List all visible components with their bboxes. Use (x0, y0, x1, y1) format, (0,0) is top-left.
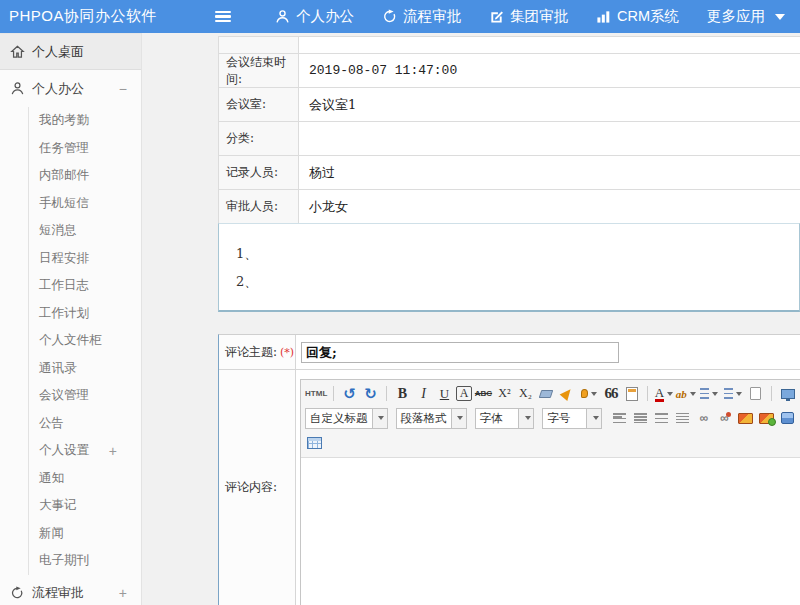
editor-toolbar: HTML ↺ ↻ B I U A ABC X² (301, 380, 800, 458)
expand-toggle[interactable]: + (119, 585, 127, 601)
editor-content-area[interactable] (301, 458, 800, 605)
html-source-button[interactable]: HTML (305, 384, 327, 403)
sidebar-item-task-management[interactable]: 任务管理 (29, 135, 141, 163)
app-title: PHPOA协同办公软件 (0, 7, 157, 26)
strikethrough-button[interactable]: ABC (474, 384, 493, 403)
insert-media-button[interactable] (778, 409, 797, 428)
highlight-button[interactable]: ab (675, 384, 695, 403)
upload-image-button[interactable] (757, 409, 776, 428)
sidebar-item-internal-mail[interactable]: 内部邮件 (29, 162, 141, 190)
field-label: 审批人员: (219, 190, 299, 223)
caret-down-icon (593, 416, 599, 420)
sidebar-item-work-diary[interactable]: 工作日志 (29, 272, 141, 300)
emoticons-button[interactable] (579, 384, 599, 403)
unordered-list-button[interactable] (722, 384, 744, 403)
required-mark: (*) (280, 346, 294, 359)
redo-button[interactable]: ↻ (361, 384, 380, 403)
sidebar-item-personal-office[interactable]: 个人办公 − (0, 70, 141, 107)
table-row-category: 分类: (219, 122, 800, 156)
italic-button[interactable]: I (414, 384, 433, 403)
font-style-button[interactable]: A (456, 386, 472, 401)
sidebar-item-notification[interactable]: 通知 (29, 465, 141, 493)
content-line: 1、 (236, 240, 799, 268)
remove-format-button[interactable] (537, 384, 556, 403)
image-add-icon (759, 413, 774, 424)
new-document-button[interactable] (746, 384, 765, 403)
unlink-icon: ∞ (720, 411, 729, 425)
caret-down-icon (378, 416, 384, 420)
sidebar-item-short-message[interactable]: 短消息 (29, 217, 141, 245)
blockquote-button[interactable]: 66 (601, 384, 620, 403)
unordered-list-icon (724, 388, 733, 399)
sidebar-item-work-plan[interactable]: 工作计划 (29, 300, 141, 328)
top-navigation: 个人办公 流程审批 集团审批 CRM系统 更多应用 (261, 0, 799, 33)
format-brush-button[interactable] (558, 384, 577, 403)
comment-subject-input[interactable] (301, 342, 619, 363)
sidebar-item-major-events[interactable]: 大事记 (29, 492, 141, 520)
bold-button[interactable]: B (393, 384, 412, 403)
undo-button[interactable]: ↺ (340, 384, 359, 403)
nav-workflow-approval[interactable]: 流程审批 (368, 0, 475, 33)
collapse-toggle[interactable]: − (119, 81, 127, 97)
sidebar-item-announcement[interactable]: 公告 (29, 410, 141, 438)
caret-down-icon (457, 416, 463, 420)
sidebar: 个人桌面 个人办公 − 我的考勤 任务管理 内部邮件 手机短信 短消息 日程安排… (0, 33, 142, 605)
table-row (219, 37, 800, 54)
person-icon (275, 9, 290, 24)
image-icon (738, 413, 753, 424)
meeting-detail-table: 会议结束时间: 2019-08-07 11:47:00 会议室: 会议室1 分类… (218, 36, 800, 224)
clipboard-icon (626, 387, 638, 401)
person-icon (9, 81, 25, 97)
comment-content-row: 评论内容: HTML ↺ ↻ B I U (219, 370, 800, 605)
sidebar-item-e-journal[interactable]: 电子期刊 (29, 547, 141, 575)
heading-dropdown[interactable]: 自定义标题 (305, 408, 388, 429)
sidebar-item-mobile-sms[interactable]: 手机短信 (29, 190, 141, 218)
font-color-button[interactable]: A (654, 384, 673, 403)
personal-office-submenu: 我的考勤 任务管理 内部邮件 手机短信 短消息 日程安排 工作日志 工作计划 个… (28, 107, 141, 575)
insert-link-button[interactable]: ∞ (694, 409, 713, 428)
insert-table-button[interactable] (305, 433, 324, 452)
align-right-button[interactable] (652, 409, 671, 428)
field-value (299, 122, 800, 155)
sidebar-item-personal-files[interactable]: 个人文件柜 (29, 327, 141, 355)
remove-link-button[interactable]: ∞ (715, 409, 734, 428)
field-label: 会议结束时间: (219, 54, 299, 87)
insert-image-button[interactable] (736, 409, 755, 428)
field-value: 杨过 (299, 156, 800, 189)
sidebar-item-news[interactable]: 新闻 (29, 520, 141, 548)
media-icon (781, 412, 794, 424)
font-family-dropdown[interactable]: 字体 (475, 408, 535, 429)
workflow-icon (9, 585, 25, 601)
paste-from-word-button[interactable] (622, 384, 641, 403)
underline-button[interactable]: U (435, 384, 454, 403)
field-value: 2019-08-07 11:47:00 (299, 54, 800, 87)
sidebar-item-personal-settings[interactable]: 个人设置+ (29, 437, 141, 465)
fullscreen-button[interactable] (778, 384, 797, 403)
font-size-dropdown[interactable]: 字号 (542, 408, 602, 429)
align-center-button[interactable] (631, 409, 650, 428)
sidebar-item-schedule[interactable]: 日程安排 (29, 245, 141, 273)
meeting-content-box: 1、 2、 (218, 223, 800, 312)
nav-personal-office[interactable]: 个人办公 (261, 0, 368, 33)
group-approval-icon (489, 9, 504, 24)
sidebar-item-my-attendance[interactable]: 我的考勤 (29, 107, 141, 135)
superscript-button[interactable]: X² (495, 384, 514, 403)
sidebar-item-workflow-approval[interactable]: 流程审批 + (0, 575, 141, 605)
align-left-button[interactable] (610, 409, 629, 428)
sidebar-item-personal-desktop[interactable]: 个人桌面 (0, 33, 141, 70)
nav-crm-system[interactable]: CRM系统 (582, 0, 693, 33)
paragraph-format-dropdown[interactable]: 段落格式 (396, 408, 467, 429)
hamburger-menu-icon[interactable] (215, 11, 231, 23)
ordered-list-button[interactable] (698, 384, 720, 403)
expand-toggle[interactable]: + (109, 443, 117, 459)
nav-group-approval[interactable]: 集团审批 (475, 0, 582, 33)
justify-button[interactable] (673, 409, 692, 428)
sidebar-item-meeting-management[interactable]: 会议管理 (29, 382, 141, 410)
nav-more-apps[interactable]: 更多应用 (693, 0, 799, 33)
subscript-button[interactable]: X₂ (516, 384, 535, 403)
comment-content-label: 评论内容: (219, 370, 296, 605)
caret-down-icon (525, 416, 531, 420)
sidebar-item-contacts[interactable]: 通讯录 (29, 355, 141, 383)
palette-icon (581, 389, 588, 398)
bar-chart-icon (596, 9, 611, 24)
